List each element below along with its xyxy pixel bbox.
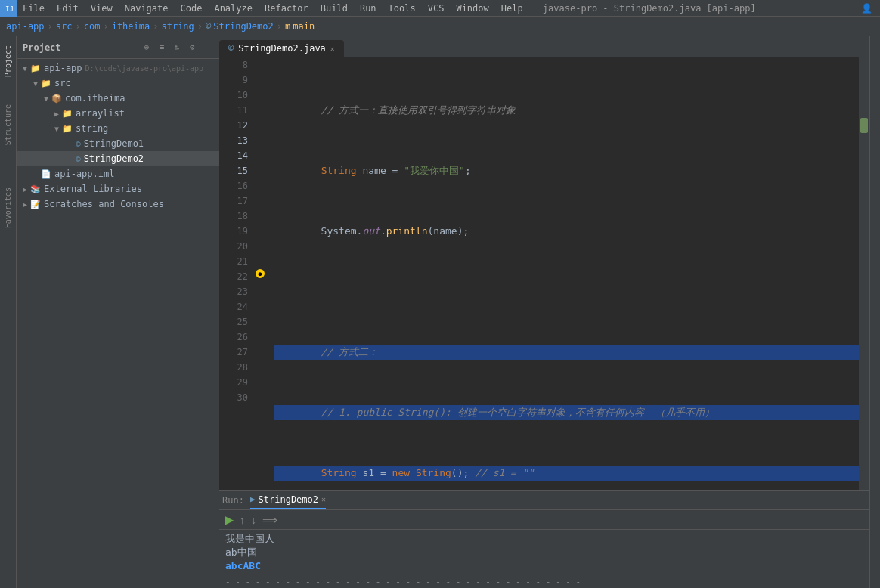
menu-bar: IJ File Edit View Navigate Code Analyze …: [0, 0, 880, 17]
tree-item-arraylist[interactable]: ▶ 📁 arraylist: [17, 106, 219, 121]
class-icon: ©: [206, 21, 211, 32]
line-num-10: 10: [219, 88, 248, 103]
menu-help[interactable]: Help: [495, 0, 529, 16]
left-strip: Project Structure Favorites: [0, 36, 17, 588]
settings-icon[interactable]: ⚙: [186, 42, 198, 54]
run-button[interactable]: ▶: [222, 512, 236, 528]
tree-label: External Libraries: [44, 184, 142, 194]
breadcrumb-method[interactable]: main: [293, 21, 315, 32]
code-line-13: // 1. public String(): 创建一个空白字符串对象，不含有任何…: [274, 405, 859, 420]
project-header: Project ⊕ ≡ ⇅ ⚙ —: [17, 36, 219, 59]
tree-path: D:\code\javase-pro\api-app: [85, 64, 204, 73]
tree-label-scratches: Scratches and Consoles: [44, 199, 164, 209]
tree-item-iml[interactable]: ▶ 📄 api-app.iml: [17, 166, 219, 181]
breadcrumb-sep-4: ›: [153, 21, 158, 32]
tree-item-ext-libs[interactable]: ▶ 📚 External Libraries: [17, 181, 219, 197]
user-icon[interactable]: 👤: [859, 0, 875, 17]
output-line-2: abcABC: [225, 559, 863, 572]
tree-label: arraylist: [76, 108, 125, 119]
iml-icon: 📄: [41, 169, 51, 179]
locate-icon[interactable]: ⊕: [141, 42, 153, 54]
code-line-12: // 方式二：: [274, 345, 859, 360]
line-num-22: 22: [219, 269, 248, 284]
method-icon: m: [285, 21, 290, 32]
comment-span: // 方式一：直接使用双引号得到字符串对象: [274, 103, 516, 118]
run-toolbar: ▶ ↑ ↓ ⟹: [219, 510, 869, 530]
menu-build[interactable]: Build: [315, 0, 354, 16]
tree-item-stringdemo2[interactable]: ▶ © StringDemo2: [17, 151, 219, 166]
tree-label: com.itheima: [65, 93, 125, 104]
run-tab-close[interactable]: ✕: [321, 495, 326, 503]
structure-tab[interactable]: Structure: [2, 98, 14, 151]
menu-run[interactable]: Run: [354, 0, 383, 16]
tree-label: src: [54, 78, 71, 88]
tree-item-string[interactable]: ▼ 📁 string: [17, 121, 219, 136]
code-area[interactable]: // 方式一：直接使用双引号得到字符串对象 String name = "我爱你…: [268, 57, 859, 490]
breadcrumb-class[interactable]: StringDemo2: [213, 21, 273, 32]
tree-label: api-app.iml: [54, 169, 114, 179]
tree-label: string: [76, 123, 108, 134]
line-num-26: 26: [219, 330, 248, 345]
tree-item-src[interactable]: ▼ 📁 src: [17, 76, 219, 91]
breadcrumb-string[interactable]: string: [161, 21, 194, 32]
line-num-16: 16: [219, 178, 248, 193]
tree-item-stringdemo1[interactable]: ▶ © StringDemo1: [17, 136, 219, 151]
breadcrumb-itheima[interactable]: itheima: [112, 21, 150, 32]
code-line-11: [274, 284, 859, 299]
menu-code[interactable]: Code: [175, 0, 209, 16]
menu-items: File Edit View Navigate Code Analyze Ref…: [17, 0, 529, 16]
wrap-button[interactable]: ⟹: [260, 513, 280, 527]
java-file-icon: ©: [76, 154, 81, 164]
scroll-down-button[interactable]: ↓: [249, 513, 259, 527]
line-num-23: 23: [219, 284, 248, 299]
project-tab[interactable]: Project: [2, 39, 14, 83]
line-num-25: 25: [219, 314, 248, 330]
gutter: ●: [254, 57, 268, 490]
run-label: Run:: [222, 495, 244, 506]
tree-label: StringDemo1: [84, 138, 144, 149]
menu-window[interactable]: Window: [450, 0, 494, 16]
output-line-1: ab中国: [225, 545, 863, 559]
editor-tab-stringdemo2[interactable]: © StringDemo2.java ✕: [219, 40, 344, 57]
sort-icon[interactable]: ⇅: [171, 42, 183, 54]
scroll-hint: [859, 57, 869, 490]
project-tree: ▼ 📁 api-app D:\code\javase-pro\api-app ▼…: [17, 59, 219, 588]
line-num-24: 24: [219, 299, 248, 314]
menu-view[interactable]: View: [85, 0, 119, 16]
favorites-tab[interactable]: Favorites: [2, 181, 14, 234]
line-num-11: 11: [219, 103, 248, 118]
tree-item-com[interactable]: ▼ 📦 com.itheima: [17, 91, 219, 106]
breadcrumb-sep-1: ›: [48, 21, 53, 32]
arrow-icon: ▼: [30, 79, 41, 88]
menu-navigate[interactable]: Navigate: [119, 0, 175, 16]
run-output: 我是中国人 ab中国 abcABC - - - - - - - - - - - …: [219, 530, 869, 588]
tab-close-icon[interactable]: ✕: [330, 45, 335, 53]
expand-icon[interactable]: ≡: [156, 42, 168, 54]
menu-edit[interactable]: Edit: [51, 0, 85, 16]
ext-lib-icon: 📚: [30, 184, 41, 194]
editor-content[interactable]: 8 9 10 11 12 13 14 15 16 17 18 19 20 21 …: [219, 57, 869, 490]
line-num-8: 8: [219, 57, 248, 73]
tree-item-api-app[interactable]: ▼ 📁 api-app D:\code\javase-pro\api-app: [17, 60, 219, 76]
menu-refactor[interactable]: Refactor: [259, 0, 315, 16]
line-num-17: 17: [219, 193, 248, 209]
menu-analyze[interactable]: Analyze: [208, 0, 259, 16]
menu-tools[interactable]: Tools: [383, 0, 422, 16]
code-line-8: // 方式一：直接使用双引号得到字符串对象: [274, 103, 859, 118]
run-tab-active[interactable]: ▶ StringDemo2 ✕: [250, 491, 326, 509]
breadcrumb-sep-6: ›: [277, 21, 282, 32]
tree-item-scratches[interactable]: ▶ 📝 Scratches and Consoles: [17, 197, 219, 212]
line-num-29: 29: [219, 375, 248, 390]
breadcrumb-api-app[interactable]: api-app: [6, 21, 45, 32]
scroll-up-button[interactable]: ↑: [237, 513, 247, 527]
breadcrumb-com[interactable]: com: [84, 21, 101, 32]
minimize-icon[interactable]: —: [201, 42, 213, 54]
main-layout: Project Structure Favorites Project ⊕ ≡ …: [0, 36, 880, 588]
menu-vcs[interactable]: VCS: [422, 0, 451, 16]
line-num-19: 19: [219, 224, 248, 239]
breadcrumb-sep-3: ›: [103, 21, 108, 32]
breadcrumb-src[interactable]: src: [56, 21, 73, 32]
menu-file[interactable]: File: [17, 0, 51, 16]
breadcrumb-sep-2: ›: [76, 21, 81, 32]
src-folder-icon: 📁: [41, 79, 51, 88]
